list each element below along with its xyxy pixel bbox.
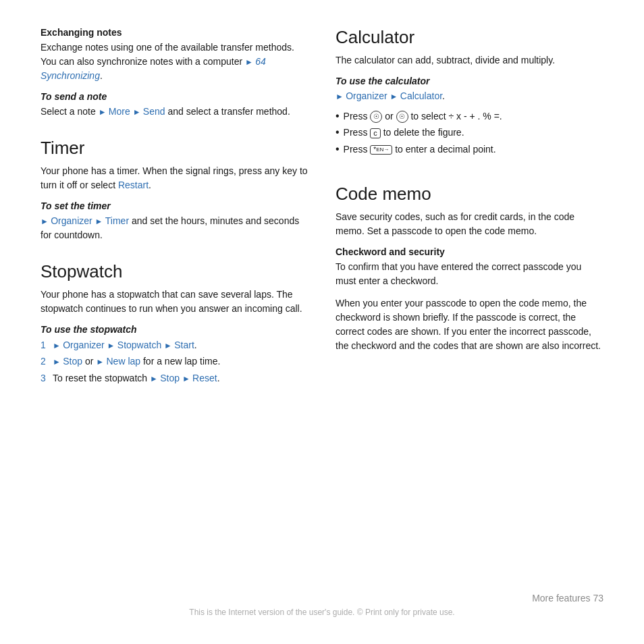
key-joystick-right: ☉ [396,111,408,123]
calc-bullet-2: • Press c to delete the figure. [336,125,603,140]
to-select: to select ÷ x - + . % =. [410,111,502,122]
arrow-sw-3: ► [164,341,174,350]
checkword-text2: When you enter your passcode to open the… [336,296,603,353]
code-memo-text: Save security codes, such as for credit … [336,210,603,238]
calc-period: . [442,90,445,101]
stopwatch-title: Stopwatch [41,261,308,282]
code-memo-section: Code memo Save security codes, such as f… [336,173,603,361]
key-joystick-left: ☉ [370,111,382,123]
organizer-calc: Organizer [346,90,387,101]
arrow-timer-1: ► [41,217,51,226]
calculator-title: Calculator [336,27,603,48]
exchanging-notes-section: Exchanging notes Exchange notes using on… [41,27,308,127]
decimal-text: to enter a decimal point. [395,144,495,155]
timer-text: Your phone has a timer. When the signal … [41,164,308,192]
stopwatch-steps: 1 ► Organizer ► Stopwatch ► Start. 2 [41,338,308,385]
stopwatch-step-3: 3 To reset the stopwatch ► Stop ► Reset. [41,371,308,385]
step3-prefix: To reset the stopwatch [53,373,150,383]
step3-num: 3 [41,371,49,385]
stop-link-2: Stop [160,373,180,383]
or-text: or [85,356,96,367]
content-area: Exchanging notes Exchange notes using on… [41,27,603,579]
more-link: More [109,106,130,117]
calculator-text: The calculator can add, subtract, divide… [336,53,603,68]
right-column: Calculator The calculator can add, subtr… [336,27,603,579]
timer-text-main: Your phone has a timer. When the signal … [41,165,308,190]
send-suffix: and select a transfer method. [167,106,290,117]
code-memo-title: Code memo [336,184,603,205]
press-2: Press [344,127,371,138]
delete-text: to delete the figure. [383,127,464,138]
page-number: More features 73 [532,593,603,603]
or-1: or [385,111,396,122]
calc-bullet-3: • Press *EN→ to enter a decimal point. [336,142,603,157]
key-star: *EN→ [370,145,392,155]
timer-path: ► Organizer ► Timer and set the hours, m… [41,214,308,242]
calculator-bullets: • Press ☉ or ☉ to select ÷ x - + . % =. … [336,109,603,157]
legal-text: This is the Internet version of the user… [41,608,603,617]
organizer-sw: Organizer [63,340,104,350]
checkword-text1: To confirm that you have entered the cor… [336,260,603,288]
arrow-sw-7: ► [182,374,192,383]
arrow-icon-3: ► [133,107,143,117]
stopwatch-section: Stopwatch Your phone has a stopwatch tha… [41,250,308,385]
arrow-calc-1: ► [336,92,346,101]
arrow-calc-2: ► [390,92,400,101]
footer: More features 73 This is the Internet ve… [41,579,603,617]
bullet-icon-3: • [336,144,340,155]
left-column: Exchanging notes Exchange notes using on… [41,27,308,579]
step1-num: 1 [41,338,49,352]
to-use-calc-heading: To use the calculator [336,76,603,86]
bullet-icon-2: • [336,127,340,138]
stop-link: Stop [63,356,82,367]
calc-bullet-1: • Press ☉ or ☉ to select ÷ x - + . % =. [336,109,603,124]
arrow-timer-2: ► [95,217,105,226]
step2-suffix: for a new lap time. [143,356,220,367]
arrow-sw-1: ► [53,341,63,350]
send-prefix: Select a note [41,106,96,117]
calc-path: ► Organizer ► Calculator. [336,89,603,103]
timer-period: . [149,180,151,190]
restart-link: Restart [118,180,149,190]
send-text: Select a note ► More ► Send and select a… [41,105,308,119]
timer-title: Timer [41,138,308,159]
arrow-sw-5: ► [96,357,106,367]
key-c: c [370,128,381,138]
step2-num: 2 [41,354,49,369]
to-use-stopwatch-heading: To use the stopwatch [41,324,308,335]
page: Exchanging notes Exchange notes using on… [0,0,644,644]
timer-link: Timer [105,215,129,226]
stopwatch-text: Your phone has a stopwatch that can save… [41,288,308,316]
arrow-icon-1: ► [245,57,255,67]
press-3: Press [344,144,371,155]
arrow-icon-2: ► [99,107,109,117]
calculator-section: Calculator The calculator can add, subtr… [336,27,603,162]
to-send-heading: To send a note [41,91,308,102]
exchanging-notes-text: Exchange notes using one of the availabl… [41,41,308,83]
reset-link: Reset [192,373,217,383]
organizer-link-timer: Organizer [51,215,92,226]
stopwatch-link: Stopwatch [117,340,161,350]
stopwatch-step-1: 1 ► Organizer ► Stopwatch ► Start. [41,338,308,352]
bullet-icon-1: • [336,111,340,122]
checkword-heading: Checkword and security [336,246,603,257]
start-link: Start [174,340,194,350]
calc-link: Calculator [400,90,442,101]
new-lap-link: New lap [106,356,140,367]
timer-section: Timer Your phone has a timer. When the s… [41,127,308,250]
stopwatch-step-2: 2 ► Stop or ► New lap for a new lap time… [41,354,308,369]
arrow-sw-4: ► [53,357,63,367]
exchanging-notes-heading: Exchanging notes [41,27,308,38]
arrow-sw-6: ► [150,374,160,383]
send-link: Send [143,106,165,117]
press-1: Press [344,111,371,122]
link-suffix: . [100,70,103,81]
to-set-timer-heading: To set the timer [41,200,308,211]
arrow-sw-2: ► [107,341,117,350]
